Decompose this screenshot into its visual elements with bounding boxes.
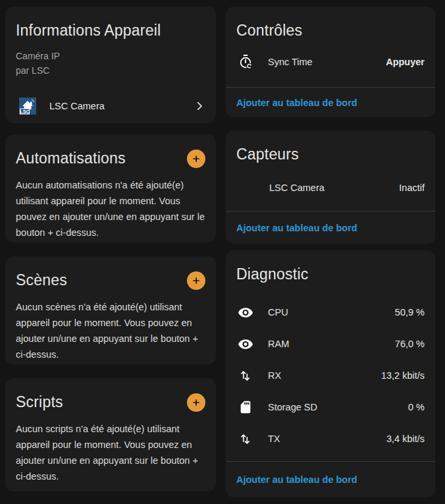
sync-time-row: Sync Time Appuyer — [226, 49, 435, 75]
sd-card-icon — [238, 399, 253, 415]
device-manufacturer: par LSC — [16, 63, 205, 78]
press-button[interactable]: Appuyer — [386, 57, 425, 67]
eye-icon — [238, 336, 253, 352]
device-meta: Caméra IP par LSC — [16, 49, 205, 78]
diagnostic-card: Diagnostic CPU 50,9 % RAM — [226, 250, 435, 497]
sensors-card: Capteurs LSC Camera Inactif Ajouter au t… — [226, 130, 435, 244]
rx-ram-value: 76,0 % — [395, 339, 425, 349]
controls-card: Contrôles Sync Time Appuyer Ajouter au t… — [226, 7, 435, 117]
diagnostic-row-tx[interactable]: TX 3,4 kbit/s — [226, 423, 435, 455]
device-model: Caméra IP — [16, 49, 205, 63]
device-row[interactable]: LSC LSC Camera — [5, 93, 216, 119]
add-script-button[interactable] — [187, 393, 205, 412]
plus-icon — [191, 397, 201, 408]
controls-add-to-dashboard-link[interactable]: Ajouter au tableau de bord — [236, 98, 357, 108]
diagnostic-add-to-dashboard-link[interactable]: Ajouter au tableau de bord — [236, 474, 357, 485]
sensors-add-to-dashboard-link[interactable]: Ajouter au tableau de bord — [236, 223, 357, 233]
plus-icon — [191, 275, 201, 286]
scenes-title: Scènes — [5, 256, 187, 291]
automations-card: Automatisations Aucun automatisations n'… — [5, 134, 216, 242]
diagnostic-row-ram[interactable]: RAM 76,0 % — [226, 328, 435, 360]
device-info-card: Informations Appareil Caméra IP par LSC … — [5, 7, 216, 123]
diagnostic-row-cpu[interactable]: CPU 50,9 % — [226, 296, 435, 328]
svg-text:LSC: LSC — [20, 109, 29, 115]
eye-icon — [238, 304, 253, 320]
scripts-card: Scripts Aucun scripts n'a été ajouté(e) … — [5, 378, 216, 491]
lsc-logo-icon: LSC — [19, 98, 36, 115]
sensors-title: Capteurs — [226, 130, 435, 165]
device-info-title: Informations Appareil — [5, 7, 216, 41]
diagnostic-row-rx[interactable]: RX 13,2 kbit/s — [226, 360, 435, 391]
device-name: LSC Camera — [49, 101, 105, 111]
tx-value: 3,4 kbit/s — [386, 434, 425, 444]
sensor-value: Inactif — [399, 182, 425, 193]
plus-icon — [191, 154, 201, 164]
sync-time-label: Sync Time — [268, 57, 313, 67]
diagnostic-title: Diagnostic — [226, 250, 435, 285]
cpu-value: 50,9 % — [395, 307, 425, 318]
automations-empty-text: Aucun automatisations n'a été ajouté(e) … — [16, 177, 205, 240]
timer-sync-icon — [238, 54, 253, 70]
storage-sd-value: 0 % — [408, 402, 425, 412]
sensor-label: LSC Camera — [269, 182, 325, 193]
diagnostic-row-storage[interactable]: Storage SD 0 % — [226, 391, 435, 423]
sensor-row[interactable]: LSC Camera Inactif — [226, 175, 435, 201]
automations-title: Automatisations — [5, 134, 187, 169]
scenes-empty-text: Aucun scènes n'a été ajouté(e) utilisant… — [16, 299, 205, 362]
scenes-card: Scènes Aucun scènes n'a été ajouté(e) ut… — [5, 256, 216, 364]
swap-vertical-icon — [238, 368, 253, 383]
scripts-empty-text: Aucun scripts n'a été ajouté(e) utilisan… — [16, 421, 205, 484]
chevron-right-icon — [194, 100, 205, 112]
add-automation-button[interactable] — [187, 150, 205, 168]
rx-value: 13,2 kbit/s — [381, 370, 425, 381]
scripts-title: Scripts — [5, 378, 187, 412]
swap-vertical-icon — [238, 431, 253, 447]
add-scene-button[interactable] — [187, 271, 205, 290]
controls-title: Contrôles — [226, 7, 435, 41]
